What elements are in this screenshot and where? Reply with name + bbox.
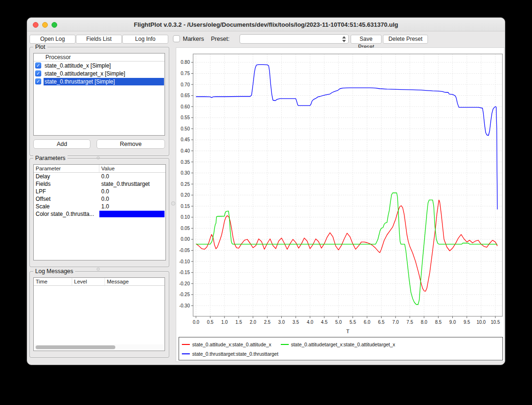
svg-text:0.35: 0.35 (181, 160, 190, 165)
chart-panel: 0.00.51.01.52.02.53.03.54.04.55.05.56.06… (176, 47, 505, 362)
svg-text:-0.20: -0.20 (179, 281, 190, 286)
processor-list[interactable]: Processor ✓state_0.attitude_x [Simple]✓s… (33, 53, 165, 136)
add-button[interactable]: Add (33, 139, 90, 149)
processor-row-label: state_0.attitude_x [Simple] (44, 62, 112, 69)
delete-preset-button[interactable]: Delete Preset (383, 35, 428, 44)
processor-row-label: state_0.attitudetarget_x [Simple] (44, 70, 127, 77)
svg-text:8.5: 8.5 (435, 320, 442, 325)
svg-text:1.0: 1.0 (221, 320, 228, 325)
pane-divider-handle[interactable] (171, 201, 175, 206)
log-messages-group: Log Messages Time Level Message (30, 271, 169, 358)
parameter-name: Delay (34, 173, 99, 180)
open-log-button[interactable]: Open Log (30, 35, 75, 44)
processor-row[interactable]: ✓state_0.attitudetarget_x [Simple] (34, 69, 165, 77)
svg-text:5.5: 5.5 (350, 320, 356, 325)
flight-plot-chart[interactable]: 0.00.51.01.52.02.53.03.54.04.55.05.56.06… (176, 48, 505, 362)
parameter-name: LPF (34, 188, 99, 195)
parameters-table[interactable]: Parameter Value Delay0.0Fieldsstate_0.th… (33, 164, 166, 260)
log-messages-table-header: Time Level Message (34, 278, 165, 286)
row-checkbox[interactable]: ✓ (35, 70, 41, 76)
log-info-button[interactable]: Log Info (122, 35, 168, 44)
row-checkbox[interactable]: ✓ (35, 62, 41, 69)
svg-text:5.0: 5.0 (335, 320, 342, 325)
legend-line-sample (182, 353, 190, 354)
parameter-value: state_0.thrusttarget (99, 180, 165, 188)
save-preset-button[interactable]: Save Preset (351, 35, 382, 44)
svg-text:0.60: 0.60 (181, 104, 190, 109)
svg-text:0.0: 0.0 (193, 320, 199, 325)
svg-text:7.5: 7.5 (406, 320, 413, 325)
parameter-value: 0.0 (99, 195, 165, 203)
svg-text:4.0: 4.0 (307, 320, 313, 325)
row-checkbox[interactable]: ✓ (35, 78, 41, 84)
svg-text:-0.10: -0.10 (179, 259, 190, 264)
svg-text:3.5: 3.5 (292, 320, 299, 325)
parameter-value: 1.0 (99, 203, 165, 210)
svg-text:-0.30: -0.30 (179, 303, 190, 308)
window-title: FlightPlot v.0.3.2 - /Users/oleg/Documen… (27, 21, 505, 28)
svg-text:0.15: 0.15 (181, 204, 190, 209)
parameter-name: Fields (34, 180, 99, 188)
processor-row-label: state_0.thrusttarget [Simple] (44, 78, 164, 85)
parameter-row[interactable]: Scale1.0 (34, 203, 165, 210)
svg-text:9.5: 9.5 (464, 320, 470, 325)
svg-text:0.80: 0.80 (181, 60, 190, 65)
fields-list-button[interactable]: Fields List (76, 35, 122, 44)
parameter-row[interactable]: Offset0.0 (34, 195, 165, 203)
svg-text:8.0: 8.0 (421, 320, 427, 325)
svg-text:0.00: 0.00 (181, 237, 190, 242)
splitter-dot[interactable] (97, 267, 100, 271)
parameter-row[interactable]: Color state_0.thrustta... (34, 210, 165, 218)
svg-text:T: T (346, 329, 349, 334)
svg-text:0.10: 0.10 (181, 214, 190, 220)
svg-text:0.30: 0.30 (181, 170, 190, 176)
svg-text:0.75: 0.75 (181, 71, 190, 76)
svg-text:0.25: 0.25 (181, 182, 190, 187)
preset-label: Preset: (211, 36, 230, 42)
parameter-name: Scale (34, 203, 99, 210)
legend-label: state_0.attitude_x:state_0.attitude_x (192, 342, 271, 347)
svg-text:0.05: 0.05 (181, 226, 190, 231)
scrollbar-thumb[interactable] (36, 345, 115, 349)
legend-line-sample (281, 344, 289, 345)
svg-text:0.55: 0.55 (181, 115, 190, 120)
svg-text:0.5: 0.5 (207, 320, 214, 325)
parameters-group-title: Parameters (33, 155, 67, 161)
combobox-stepper-icon[interactable] (341, 36, 346, 43)
color-swatch[interactable] (99, 211, 165, 217)
svg-text:10.5: 10.5 (491, 320, 500, 325)
parameters-table-header: Parameter Value (34, 165, 165, 173)
processor-row[interactable]: ✓state_0.thrusttarget [Simple] (34, 77, 165, 85)
svg-text:-0.25: -0.25 (179, 292, 190, 297)
plot-group-title: Plot (33, 44, 47, 50)
parameter-value: 0.0 (99, 188, 165, 195)
parameter-value: 0.0 (99, 173, 165, 180)
title-bar: FlightPlot v.0.3.2 - /Users/oleg/Documen… (27, 18, 505, 31)
parameter-name: Offset (34, 195, 99, 203)
svg-text:1.5: 1.5 (235, 320, 242, 325)
horizontal-scrollbar[interactable] (34, 344, 164, 350)
log-messages-table[interactable]: Time Level Message (33, 277, 165, 351)
parameter-row[interactable]: Delay0.0 (34, 173, 165, 180)
remove-button[interactable]: Remove (97, 139, 165, 149)
legend-line-sample (182, 344, 190, 345)
svg-text:9.0: 9.0 (450, 320, 456, 325)
processor-row[interactable]: ✓state_0.attitude_x [Simple] (34, 61, 165, 69)
legend-item: state_0.attitudetarget_x:state_0.attitud… (281, 342, 395, 347)
app-window: FlightPlot v.0.3.2 - /Users/oleg/Documen… (27, 17, 505, 365)
svg-text:0.50: 0.50 (181, 126, 190, 131)
processor-list-header: Processor (34, 53, 165, 61)
preset-combobox[interactable] (240, 34, 349, 44)
legend-item: state_0.attitude_x:state_0.attitude_x (182, 342, 271, 347)
parameter-row[interactable]: LPF0.0 (34, 188, 165, 195)
plot-group: Plot Processor ✓state_0.attitude_x [Simp… (30, 47, 169, 156)
legend-item: state_0.thrusttarget:state_0.thrusttarge… (182, 351, 278, 357)
svg-text:0.70: 0.70 (181, 82, 190, 87)
legend-label: state_0.attitudetarget_x:state_0.attitud… (291, 342, 395, 347)
parameter-row[interactable]: Fieldsstate_0.thrusttarget (34, 180, 165, 188)
markers-checkbox[interactable] (173, 35, 180, 42)
svg-text:0.20: 0.20 (181, 192, 190, 198)
svg-text:3.0: 3.0 (278, 320, 285, 325)
svg-text:2.5: 2.5 (264, 320, 270, 325)
svg-text:6.5: 6.5 (378, 320, 385, 325)
